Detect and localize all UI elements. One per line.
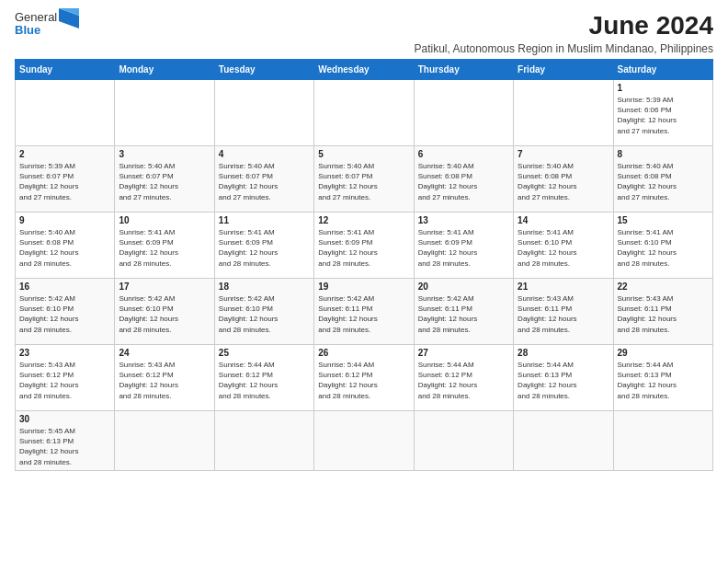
calendar-cell: 8Sunrise: 5:40 AM Sunset: 6:08 PM Daylig… <box>613 146 712 213</box>
day-number: 8 <box>618 149 709 159</box>
calendar-cell: 16Sunrise: 5:42 AM Sunset: 6:10 PM Dayli… <box>16 279 115 345</box>
day-number: 19 <box>318 282 409 292</box>
day-number: 27 <box>418 348 509 358</box>
day-info: Sunrise: 5:44 AM Sunset: 6:13 PM Dayligh… <box>618 360 709 401</box>
day-info: Sunrise: 5:40 AM Sunset: 6:07 PM Dayligh… <box>318 161 409 202</box>
day-info: Sunrise: 5:40 AM Sunset: 6:08 PM Dayligh… <box>518 161 609 202</box>
calendar-cell: 25Sunrise: 5:44 AM Sunset: 6:12 PM Dayli… <box>214 345 313 411</box>
calendar-cell <box>115 411 214 471</box>
header-friday: Friday <box>514 60 613 80</box>
day-number: 22 <box>618 282 709 292</box>
calendar-cell: 28Sunrise: 5:44 AM Sunset: 6:13 PM Dayli… <box>514 345 613 411</box>
calendar-cell: 30Sunrise: 5:45 AM Sunset: 6:13 PM Dayli… <box>16 411 115 471</box>
calendar-cell: 20Sunrise: 5:42 AM Sunset: 6:11 PM Dayli… <box>414 279 513 345</box>
day-number: 6 <box>418 149 509 159</box>
calendar-cell: 22Sunrise: 5:43 AM Sunset: 6:11 PM Dayli… <box>613 279 712 345</box>
calendar-cell: 29Sunrise: 5:44 AM Sunset: 6:13 PM Dayli… <box>613 345 712 411</box>
calendar-cell <box>214 411 313 471</box>
calendar-cell: 7Sunrise: 5:40 AM Sunset: 6:08 PM Daylig… <box>514 146 613 213</box>
day-info: Sunrise: 5:40 AM Sunset: 6:08 PM Dayligh… <box>418 161 509 202</box>
header-thursday: Thursday <box>414 60 513 80</box>
day-info: Sunrise: 5:42 AM Sunset: 6:10 PM Dayligh… <box>119 293 210 335</box>
day-info: Sunrise: 5:41 AM Sunset: 6:10 PM Dayligh… <box>518 227 609 269</box>
calendar-cell <box>613 411 712 471</box>
day-number: 12 <box>318 215 409 225</box>
day-number: 10 <box>119 215 210 225</box>
calendar-cell: 5Sunrise: 5:40 AM Sunset: 6:07 PM Daylig… <box>314 146 414 213</box>
day-info: Sunrise: 5:43 AM Sunset: 6:12 PM Dayligh… <box>119 360 210 401</box>
header-monday: Monday <box>115 60 214 80</box>
calendar-cell <box>314 80 414 146</box>
calendar-cell <box>514 411 613 471</box>
day-info: Sunrise: 5:40 AM Sunset: 6:07 PM Dayligh… <box>119 161 210 202</box>
day-info: Sunrise: 5:43 AM Sunset: 6:12 PM Dayligh… <box>19 360 110 401</box>
calendar-cell <box>214 80 313 146</box>
calendar-table: SundayMondayTuesdayWednesdayThursdayFrid… <box>15 59 713 471</box>
day-info: Sunrise: 5:39 AM Sunset: 6:07 PM Dayligh… <box>19 161 110 202</box>
calendar-cell: 14Sunrise: 5:41 AM Sunset: 6:10 PM Dayli… <box>514 213 613 279</box>
calendar-cell: 17Sunrise: 5:42 AM Sunset: 6:10 PM Dayli… <box>115 279 214 345</box>
day-info: Sunrise: 5:44 AM Sunset: 6:13 PM Dayligh… <box>518 360 609 401</box>
header-tuesday: Tuesday <box>214 60 313 80</box>
day-info: Sunrise: 5:42 AM Sunset: 6:10 PM Dayligh… <box>19 293 110 335</box>
day-number: 16 <box>19 282 110 292</box>
day-info: Sunrise: 5:41 AM Sunset: 6:09 PM Dayligh… <box>119 227 210 269</box>
day-info: Sunrise: 5:44 AM Sunset: 6:12 PM Dayligh… <box>418 360 509 401</box>
day-number: 2 <box>19 149 110 159</box>
calendar-cell: 27Sunrise: 5:44 AM Sunset: 6:12 PM Dayli… <box>414 345 513 411</box>
calendar-title: June 2024 <box>414 11 713 40</box>
calendar-cell: 21Sunrise: 5:43 AM Sunset: 6:11 PM Dayli… <box>514 279 613 345</box>
calendar-cell <box>414 411 513 471</box>
day-info: Sunrise: 5:43 AM Sunset: 6:11 PM Dayligh… <box>518 293 609 335</box>
calendar-subtitle: Patikul, Autonomous Region in Muslim Min… <box>414 42 713 55</box>
day-number: 11 <box>219 215 310 225</box>
day-info: Sunrise: 5:42 AM Sunset: 6:11 PM Dayligh… <box>318 293 409 335</box>
day-info: Sunrise: 5:42 AM Sunset: 6:11 PM Dayligh… <box>418 293 509 335</box>
day-info: Sunrise: 5:42 AM Sunset: 6:10 PM Dayligh… <box>219 293 310 335</box>
logo: General Blue <box>15 11 79 38</box>
day-info: Sunrise: 5:41 AM Sunset: 6:09 PM Dayligh… <box>219 227 310 269</box>
day-number: 25 <box>219 348 310 358</box>
day-info: Sunrise: 5:40 AM Sunset: 6:08 PM Dayligh… <box>19 227 110 269</box>
day-info: Sunrise: 5:41 AM Sunset: 6:10 PM Dayligh… <box>618 227 709 269</box>
day-info: Sunrise: 5:41 AM Sunset: 6:09 PM Dayligh… <box>318 227 409 269</box>
day-info: Sunrise: 5:43 AM Sunset: 6:11 PM Dayligh… <box>618 293 709 335</box>
day-number: 29 <box>618 348 709 358</box>
day-number: 5 <box>318 149 409 159</box>
title-block: June 2024 Patikul, Autonomous Region in … <box>414 11 713 55</box>
day-info: Sunrise: 5:40 AM Sunset: 6:08 PM Dayligh… <box>618 161 709 202</box>
calendar-cell: 23Sunrise: 5:43 AM Sunset: 6:12 PM Dayli… <box>16 345 115 411</box>
calendar-cell: 18Sunrise: 5:42 AM Sunset: 6:10 PM Dayli… <box>214 279 313 345</box>
calendar-cell: 2Sunrise: 5:39 AM Sunset: 6:07 PM Daylig… <box>16 146 115 213</box>
day-info: Sunrise: 5:44 AM Sunset: 6:12 PM Dayligh… <box>318 360 409 401</box>
day-number: 4 <box>219 149 310 159</box>
calendar-cell: 4Sunrise: 5:40 AM Sunset: 6:07 PM Daylig… <box>214 146 313 213</box>
calendar-page: General Blue June 2024 Patikul, Autonomo… <box>0 0 728 480</box>
calendar-cell: 10Sunrise: 5:41 AM Sunset: 6:09 PM Dayli… <box>115 213 214 279</box>
day-number: 3 <box>119 149 210 159</box>
day-number: 1 <box>618 83 709 93</box>
calendar-cell <box>16 80 115 146</box>
day-number: 17 <box>119 282 210 292</box>
day-number: 30 <box>19 414 110 424</box>
calendar-cell: 26Sunrise: 5:44 AM Sunset: 6:12 PM Dayli… <box>314 345 414 411</box>
calendar-cell: 24Sunrise: 5:43 AM Sunset: 6:12 PM Dayli… <box>115 345 214 411</box>
calendar-cell: 1Sunrise: 5:39 AM Sunset: 6:06 PM Daylig… <box>613 80 712 146</box>
day-info: Sunrise: 5:45 AM Sunset: 6:13 PM Dayligh… <box>19 426 110 467</box>
day-number: 28 <box>518 348 609 358</box>
day-number: 7 <box>518 149 609 159</box>
header-saturday: Saturday <box>613 60 712 80</box>
day-info: Sunrise: 5:44 AM Sunset: 6:12 PM Dayligh… <box>219 360 310 401</box>
day-number: 26 <box>318 348 409 358</box>
calendar-cell <box>514 80 613 146</box>
day-number: 15 <box>618 215 709 225</box>
calendar-cell: 13Sunrise: 5:41 AM Sunset: 6:09 PM Dayli… <box>414 213 513 279</box>
day-number: 13 <box>418 215 509 225</box>
calendar-cell: 12Sunrise: 5:41 AM Sunset: 6:09 PM Dayli… <box>314 213 414 279</box>
calendar-cell <box>414 80 513 146</box>
logo-graphic: General Blue <box>15 11 79 38</box>
day-number: 21 <box>518 282 609 292</box>
day-number: 9 <box>19 215 110 225</box>
calendar-cell: 3Sunrise: 5:40 AM Sunset: 6:07 PM Daylig… <box>115 146 214 213</box>
day-info: Sunrise: 5:40 AM Sunset: 6:07 PM Dayligh… <box>219 161 310 202</box>
